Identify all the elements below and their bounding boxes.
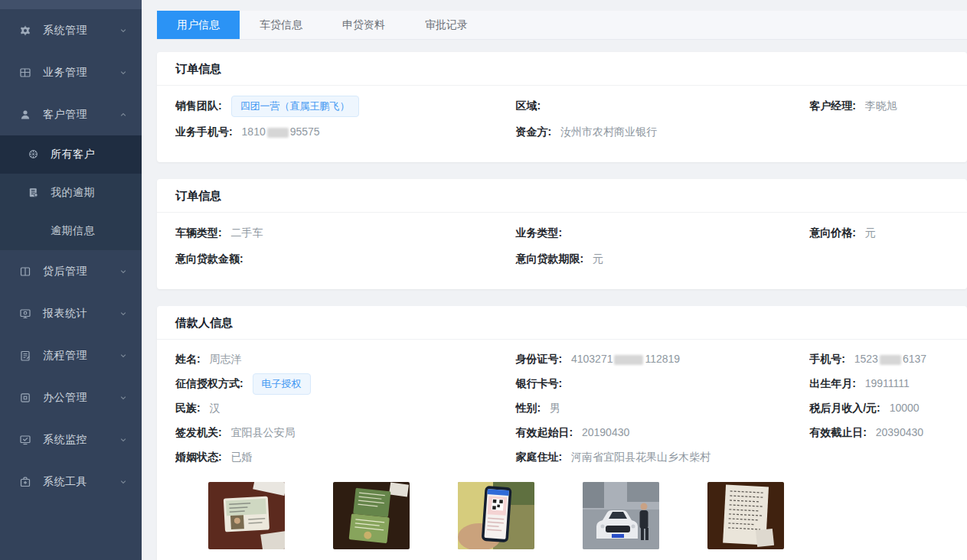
sidebar-item-process-mgmt[interactable]: 流程管理 xyxy=(0,334,142,376)
sidebar-item-business-mgmt[interactable]: 业务管理 xyxy=(0,51,142,93)
sidebar-item-report-stats[interactable]: 报表统计 xyxy=(0,292,142,334)
field-gender: 性别: 男 xyxy=(515,402,809,415)
clipboard-icon xyxy=(18,349,32,363)
tab-user-info[interactable]: 用户信息 xyxy=(157,11,240,39)
sidebar-item-postloan-mgmt[interactable]: 贷后管理 xyxy=(0,250,142,292)
field-biz-type: 业务类型: xyxy=(515,226,809,240)
chevron-up-icon xyxy=(119,110,128,119)
field-loan-term: 意向贷款期限: 元 xyxy=(515,252,809,266)
field-intent-price: 意向价格: 元 xyxy=(809,226,949,240)
tab-approval-records[interactable]: 审批记录 xyxy=(405,11,488,39)
field-region: 区域: xyxy=(515,99,809,113)
field-name: 姓名: 周志洋 xyxy=(175,353,515,366)
order-info-card-1: 订单信息 销售团队: 四团一营（直属王鹏飞） 区域: 客户经理: 李晓旭 业务手 xyxy=(157,52,967,162)
sidebar-item-system-mgmt[interactable]: 系统管理 xyxy=(0,9,142,51)
sidebar-item-all-customers[interactable]: 所有客户 xyxy=(0,135,142,174)
chevron-down-icon xyxy=(119,309,128,318)
notebook-icon xyxy=(28,187,40,199)
chevron-down-icon xyxy=(119,477,128,487)
sidebar-item-my-overdue[interactable]: 我的逾期 xyxy=(0,174,142,212)
field-issue-org: 签发机关: 宜阳县公安局 xyxy=(175,426,515,440)
chevron-down-icon xyxy=(119,26,128,35)
field-funder: 资金方: 汝州市农村商业银行 xyxy=(515,125,809,139)
field-birth: 出生年月: 19911111 xyxy=(809,377,949,391)
section-title: 借款人信息 xyxy=(157,306,967,340)
tab-car-loan-info[interactable]: 车贷信息 xyxy=(240,11,322,39)
field-income: 税后月收入/元: 10000 xyxy=(809,402,949,415)
borrower-info-card: 借款人信息 姓名: 周志洋 身份证号: 4103271112819 手机号: 1… xyxy=(157,306,967,560)
sidebar-logo-area xyxy=(0,0,142,9)
car-person-photo xyxy=(583,482,659,549)
sidebar-item-office-mgmt[interactable]: 办公管理 xyxy=(0,376,142,418)
field-marital: 婚姻状态: 已婚 xyxy=(175,451,515,464)
customer-mgmt-submenu: 所有客户 我的逾期 逾期信息 xyxy=(0,135,142,250)
monitor-icon xyxy=(18,307,32,321)
field-valid-end: 有效截止日: 20390430 xyxy=(809,426,949,440)
gear-icon xyxy=(18,24,32,37)
section-title: 订单信息 xyxy=(157,52,967,86)
redaction-blur xyxy=(614,355,643,365)
id-card-photo xyxy=(208,482,285,549)
spacer xyxy=(28,225,40,237)
monitor-check-icon xyxy=(18,433,32,447)
sidebar-item-system-monitor[interactable]: 系统监控 xyxy=(0,418,142,461)
field-loan-amount: 意向贷款金额: xyxy=(175,252,515,266)
field-id-number: 身份证号: 4103271112819 xyxy=(515,353,809,366)
field-sales-team: 销售团队: 四团一营（直属王鹏飞） xyxy=(175,96,515,117)
order-info-card-2: 订单信息 车辆类型: 二手车 业务类型: 意向价格: 元 意向贷款金额: xyxy=(157,179,967,289)
toolbox-icon xyxy=(18,475,32,489)
field-vehicle-type: 车辆类型: 二手车 xyxy=(175,226,515,240)
sales-team-tag[interactable]: 四团一营（直属王鹏飞） xyxy=(231,96,359,117)
field-credit-auth: 征信授权方式: 电子授权 xyxy=(175,373,515,395)
photo-paper-doc[interactable]: 村委证明 xyxy=(707,482,784,560)
field-bank-card: 银行卡号: xyxy=(515,377,809,391)
chevron-down-icon xyxy=(119,267,128,276)
chevron-down-icon xyxy=(119,435,128,444)
green-booklet-photo xyxy=(333,482,410,549)
field-mobile: 手机号: 15236137 xyxy=(809,353,949,366)
grid-icon xyxy=(18,66,32,80)
sidebar-item-system-tools[interactable]: 系统工具 xyxy=(0,461,142,503)
main-content: 用户信息 车贷信息 申贷资料 审批记录 订单信息 销售团队: 四团一营（直属王鹏… xyxy=(142,0,967,560)
credit-auth-tag[interactable]: 电子授权 xyxy=(253,373,311,395)
detail-tabbar: 用户信息 车贷信息 申贷资料 审批记录 xyxy=(157,11,967,40)
wheel-icon xyxy=(28,148,40,161)
photo-green-booklet[interactable]: 驾驶证照片 xyxy=(333,482,410,560)
photo-phone-qr[interactable]: 征信授权 xyxy=(458,482,534,560)
chevron-down-icon xyxy=(119,351,128,360)
sidebar-item-overdue-info[interactable]: 逾期信息 xyxy=(0,212,142,250)
field-valid-start: 有效起始日: 20190430 xyxy=(515,426,809,440)
field-biz-phone: 业务手机号: 181095575 xyxy=(175,125,515,139)
book-icon xyxy=(18,265,32,278)
square-icon xyxy=(18,391,32,405)
redaction-blur xyxy=(267,128,289,138)
field-ethnic: 民族: 汉 xyxy=(175,402,515,415)
sidebar-item-customer-mgmt[interactable]: 客户管理 xyxy=(0,93,142,135)
tab-loan-application-docs[interactable]: 申贷资料 xyxy=(322,11,405,39)
photo-id-card[interactable]: 人像面 xyxy=(208,482,285,560)
user-icon xyxy=(18,108,32,122)
sidebar: 系统管理 业务管理 客户管理 所有客户 我的逾期 逾期信息 贷后管理 报表统计 xyxy=(0,0,142,560)
paper-doc-photo xyxy=(707,482,784,549)
section-title: 订单信息 xyxy=(157,179,967,213)
field-customer-manager: 客户经理: 李晓旭 xyxy=(809,99,949,113)
field-address: 家庭住址: 河南省宜阳县花果山乡木柴村 xyxy=(515,451,809,464)
document-photos: 人像面 驾驶证照片 xyxy=(208,482,949,560)
phone-qr-photo xyxy=(458,482,534,549)
chevron-down-icon xyxy=(119,393,128,402)
photo-car-person[interactable]: 人车合影 xyxy=(583,482,659,560)
redaction-blur xyxy=(880,355,901,365)
chevron-down-icon xyxy=(119,68,128,77)
